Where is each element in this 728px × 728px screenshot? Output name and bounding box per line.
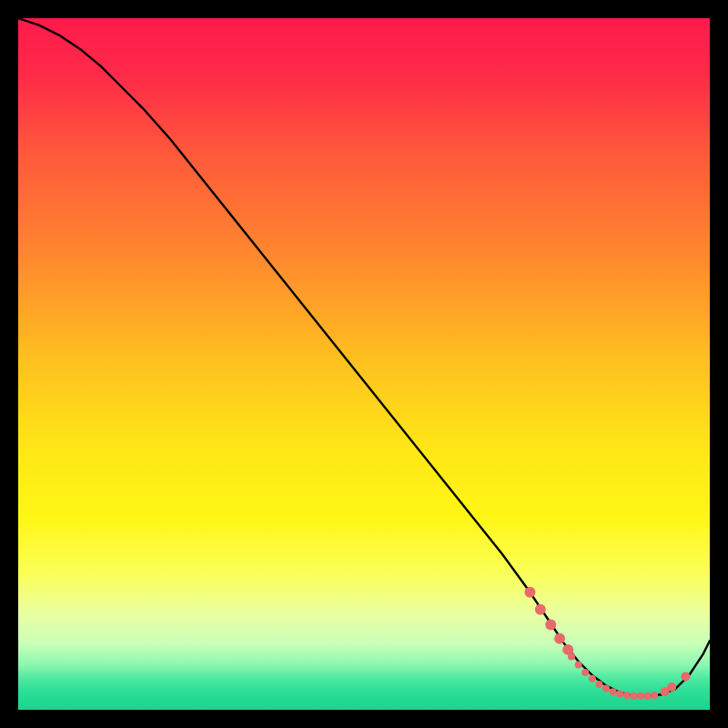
highlight-dot [610, 688, 617, 695]
highlight-dot [554, 633, 565, 644]
highlight-dot [575, 662, 582, 669]
gradient-background [18, 18, 710, 710]
highlight-dot [589, 675, 596, 682]
highlight-dot [651, 692, 658, 699]
highlight-dot [581, 669, 589, 676]
highlight-dot [637, 693, 644, 700]
highlight-dot [545, 620, 556, 631]
highlight-dot [524, 587, 535, 598]
highlight-dot [535, 604, 546, 615]
chart-frame: TheBottlenecker.com [18, 18, 710, 710]
highlight-dot [595, 681, 602, 688]
highlight-dot [644, 693, 652, 700]
highlight-dot [623, 692, 631, 699]
highlight-dot [568, 652, 575, 660]
chart-svg [18, 18, 710, 710]
highlight-dot [616, 691, 623, 698]
highlight-dot [602, 684, 610, 692]
highlight-dot [667, 682, 676, 692]
highlight-dot [630, 693, 637, 700]
highlight-dot [681, 672, 690, 682]
